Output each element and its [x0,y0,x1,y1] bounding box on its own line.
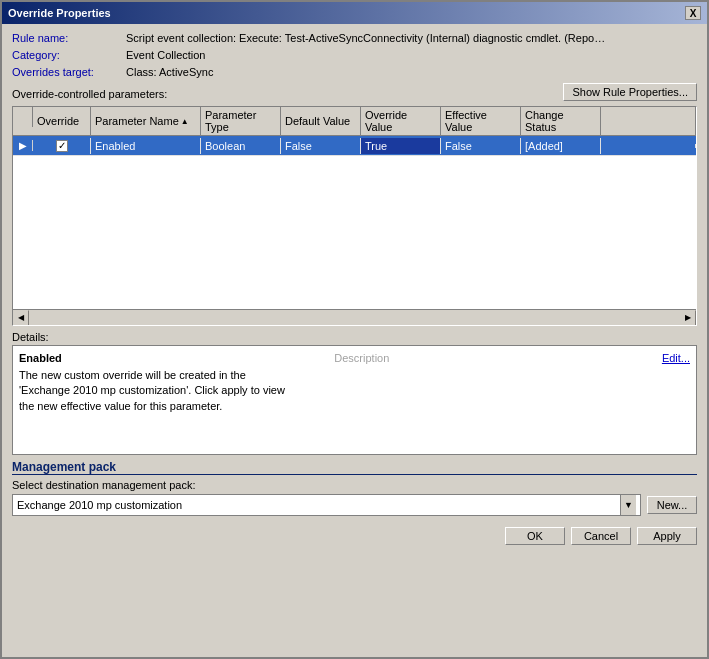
details-param-name: Enabled [19,352,62,364]
category-label: Category: [12,49,122,61]
details-header: Enabled Description Edit... [19,352,690,364]
effective-value-cell: False [441,138,521,154]
show-rule-properties-button[interactable]: Show Rule Properties... [563,83,697,101]
scroll-left-arrow[interactable]: ◀ [13,310,29,326]
effective-value-col-header[interactable]: Effective Value [441,107,521,135]
rule-name-label: Rule name: [12,32,122,44]
details-text: The new custom override will be created … [19,368,690,414]
select-destination-label: Select destination management pack: [12,479,697,491]
default-value-col-header[interactable]: Default Value [281,107,361,135]
cancel-button[interactable]: Cancel [571,527,631,545]
override-checkbox[interactable]: ✓ [56,140,68,152]
edit-link[interactable]: Edit... [662,352,690,364]
param-name-col-header[interactable]: Parameter Name ▲ [91,107,201,135]
details-description-label: Description [62,352,662,364]
override-value-col-header[interactable]: Override Value [361,107,441,135]
dropdown-arrow-icon[interactable]: ▼ [620,495,636,515]
management-pack-select[interactable]: Exchange 2010 mp customization ▼ [12,494,641,516]
arrow-col-header [13,107,33,127]
category-row: Category: Event Collection [12,49,697,61]
details-section: Details: Enabled Description Edit... The… [12,331,697,455]
apply-button[interactable]: Apply [637,527,697,545]
default-value-cell: False [281,138,361,154]
extra-cell [601,144,696,148]
row-arrow: ▶ [13,140,33,151]
title-bar: Override Properties X [2,2,707,24]
table-body: ▶ ✓ Enabled Boolean False True False [Ad… [13,136,696,309]
scrollbar-track[interactable] [29,312,696,324]
change-status-col-header[interactable]: Change Status [521,107,601,135]
override-checkbox-cell[interactable]: ✓ [33,138,91,154]
overrides-target-label: Overrides target: [12,66,122,78]
rule-name-value: Script event collection: Execute: Test-A… [126,32,606,44]
details-label: Details: [12,331,697,343]
override-value-cell: True [361,138,441,154]
new-management-pack-button[interactable]: New... [647,496,697,514]
category-value: Event Collection [126,49,206,61]
horizontal-scrollbar[interactable]: ◀ ▶ [13,309,696,325]
ok-button[interactable]: OK [505,527,565,545]
management-pack-title: Management pack [12,460,697,475]
params-header: Override-controlled parameters: Show Rul… [12,83,697,101]
param-type-cell: Boolean [201,138,281,154]
override-params-label: Override-controlled parameters: [12,88,167,100]
details-box: Enabled Description Edit... The new cust… [12,345,697,455]
rule-name-row: Rule name: Script event collection: Exec… [12,32,697,44]
table-row[interactable]: ▶ ✓ Enabled Boolean False True False [Ad… [13,136,696,156]
management-pack-section: Management pack Select destination manag… [12,460,697,516]
override-properties-window: Override Properties X Rule name: Script … [0,0,709,659]
window-title: Override Properties [8,7,111,19]
parameters-table: Override Parameter Name ▲ Parameter Type… [12,106,697,326]
table-header: Override Parameter Name ▲ Parameter Type… [13,107,696,136]
param-type-col-header[interactable]: Parameter Type [201,107,281,135]
change-status-cell: [Added] [521,138,601,154]
extra-col-header [601,107,696,135]
sort-asc-icon: ▲ [181,117,189,126]
scroll-right-arrow[interactable]: ▶ [680,310,696,326]
close-button[interactable]: X [685,6,701,20]
override-col-header[interactable]: Override [33,107,91,135]
checkmark-icon: ✓ [58,140,66,151]
overrides-target-row: Overrides target: Class: ActiveSync [12,66,697,78]
management-pack-row: Exchange 2010 mp customization ▼ New... [12,494,697,516]
management-pack-value: Exchange 2010 mp customization [17,499,182,511]
overrides-target-value: Class: ActiveSync [126,66,213,78]
bottom-buttons: OK Cancel Apply [12,527,697,545]
content-area: Rule name: Script event collection: Exec… [2,24,707,657]
param-name-cell: Enabled [91,138,201,154]
